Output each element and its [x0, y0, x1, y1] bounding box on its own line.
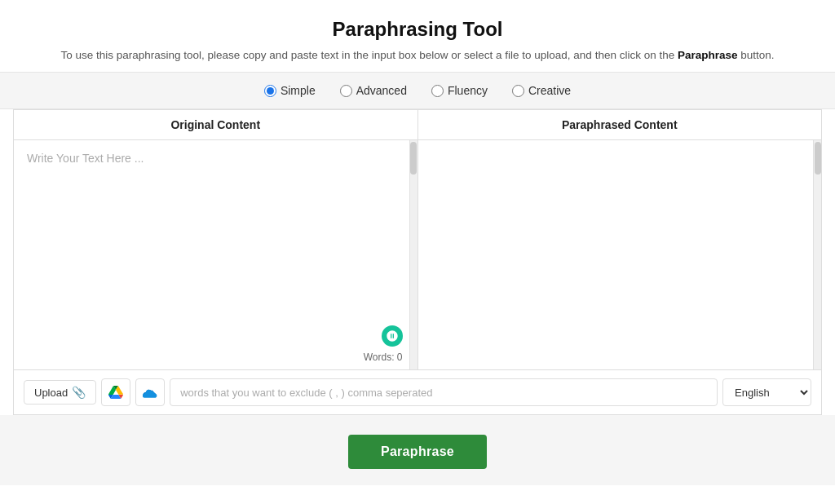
mode-simple-radio[interactable]	[264, 85, 276, 97]
paraphrased-text-output[interactable]	[418, 140, 822, 369]
mode-fluency-label: Fluency	[448, 84, 488, 97]
paraphrased-scrollbar[interactable]	[813, 140, 821, 369]
subtitle-text-start: To use this paraphrasing tool, please co…	[60, 49, 677, 61]
paraphrased-panel-body	[418, 140, 822, 369]
mode-advanced-label: Advanced	[356, 84, 407, 97]
mode-simple-label: Simple	[281, 84, 316, 97]
original-text-input[interactable]	[14, 140, 418, 369]
main-content: Original Content Words: 0 Paraphr	[0, 109, 835, 415]
google-drive-button[interactable]	[101, 378, 130, 406]
paraphrased-scrollbar-thumb	[815, 142, 821, 175]
language-select[interactable]: English Spanish French German Italian Po…	[722, 378, 811, 406]
grammarly-icon[interactable]	[382, 325, 403, 347]
google-drive-icon	[108, 384, 123, 400]
paraphrased-panel-header: Paraphrased Content	[418, 110, 822, 140]
paraphrase-section: Paraphrase	[0, 415, 835, 485]
upload-label: Upload	[34, 387, 68, 399]
mode-creative-radio[interactable]	[512, 85, 524, 97]
onedrive-button[interactable]	[135, 378, 165, 406]
mode-advanced-radio[interactable]	[340, 85, 352, 97]
subtitle-text-end: button.	[737, 49, 774, 61]
paperclip-icon: 📎	[72, 386, 86, 399]
paraphrased-panel: Paraphrased Content	[418, 110, 822, 369]
mode-fluency-radio[interactable]	[431, 85, 444, 97]
original-panel-header: Original Content	[14, 110, 418, 140]
mode-fluency[interactable]: Fluency	[431, 84, 488, 97]
mode-creative-label: Creative	[528, 84, 571, 97]
content-area: Original Content Words: 0 Paraphr	[13, 109, 822, 370]
page-title: Paraphrasing Tool	[60, 18, 774, 41]
mode-advanced[interactable]: Advanced	[340, 84, 407, 97]
onedrive-icon	[143, 386, 157, 399]
mode-section: Simple Advanced Fluency Creative	[0, 72, 835, 109]
word-count: Words: 0	[364, 351, 403, 363]
header-section: Paraphrasing Tool To use this paraphrasi…	[44, 0, 790, 72]
original-panel: Original Content Words: 0	[14, 110, 418, 369]
original-scrollbar-thumb	[410, 142, 417, 175]
subtitle-bold: Paraphrase	[678, 49, 738, 61]
paraphrase-button[interactable]: Paraphrase	[348, 435, 487, 469]
mode-creative[interactable]: Creative	[512, 84, 571, 97]
grammarly-svg	[386, 329, 399, 343]
exclude-words-input[interactable]	[170, 378, 718, 406]
page-subtitle: To use this paraphrasing tool, please co…	[60, 47, 774, 64]
original-scrollbar[interactable]	[409, 140, 418, 369]
original-panel-body: Words: 0	[14, 140, 418, 369]
toolbar-section: Upload 📎	[13, 370, 822, 415]
upload-button[interactable]: Upload 📎	[24, 380, 96, 405]
mode-simple[interactable]: Simple	[264, 84, 316, 97]
